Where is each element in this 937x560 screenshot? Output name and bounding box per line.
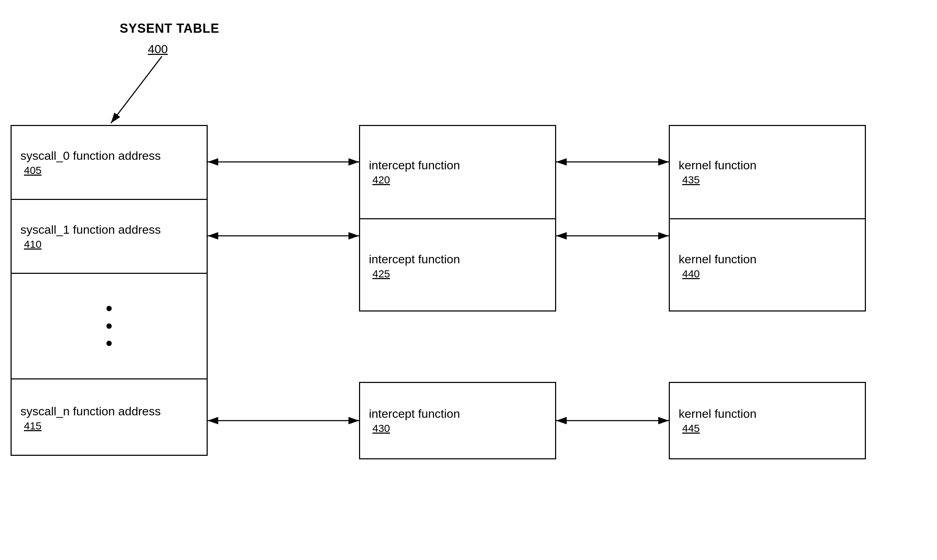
sysent-row-0-number: 405 [24, 165, 42, 176]
sysent-row-n-text: syscall_n function address [20, 405, 161, 418]
intercept-row-420: intercept function 420 [360, 126, 555, 219]
kernel-row-435: kernel function 435 [670, 126, 865, 219]
intercept-group1: intercept function 420 intercept functio… [359, 125, 556, 311]
sysent-row-1: syscall_1 function address 410 [12, 200, 207, 274]
sysent-row-0-text: syscall_0 function address [20, 149, 161, 163]
intercept-row-425: intercept function 425 [360, 219, 555, 312]
sysent-number: 400 [148, 42, 168, 56]
arrow-sysent-to-table [111, 56, 162, 123]
sysent-table: syscall_0 function address 405 syscall_1… [11, 125, 208, 456]
kernel-row-440-number: 440 [682, 268, 700, 280]
kernel-row-445: kernel function 445 [670, 383, 865, 458]
kernel-group2: kernel function 445 [669, 382, 866, 459]
sysent-title: SYSENT TABLE [120, 21, 219, 36]
intercept-row-420-text: intercept function [369, 158, 460, 172]
kernel-row-435-number: 435 [682, 174, 700, 186]
intercept-group2: intercept function 430 [359, 382, 556, 459]
kernel-row-445-number: 445 [682, 422, 700, 434]
intercept-row-430: intercept function 430 [360, 383, 555, 458]
kernel-row-440-text: kernel function [679, 252, 756, 266]
intercept-row-420-number: 420 [372, 174, 390, 186]
kernel-row-445-text: kernel function [679, 407, 756, 421]
sysent-row-n: syscall_n function address 415 [12, 380, 207, 457]
kernel-row-435-text: kernel function [679, 158, 756, 172]
intercept-row-425-text: intercept function [369, 252, 460, 266]
kernel-group1: kernel function 435 kernel function 440 [669, 125, 866, 311]
intercept-row-430-text: intercept function [369, 407, 460, 421]
diagram-container: SYSENT TABLE 400 syscall_0 function addr… [0, 0, 937, 560]
sysent-dots: • • • [12, 274, 207, 380]
intercept-row-425-number: 425 [372, 268, 390, 280]
intercept-row-430-number: 430 [372, 422, 390, 434]
sysent-row-1-text: syscall_1 function address [20, 223, 161, 237]
sysent-row-0: syscall_0 function address 405 [12, 126, 207, 200]
sysent-row-n-number: 415 [24, 420, 42, 432]
kernel-row-440: kernel function 440 [670, 219, 865, 312]
sysent-row-1-number: 410 [24, 238, 42, 250]
